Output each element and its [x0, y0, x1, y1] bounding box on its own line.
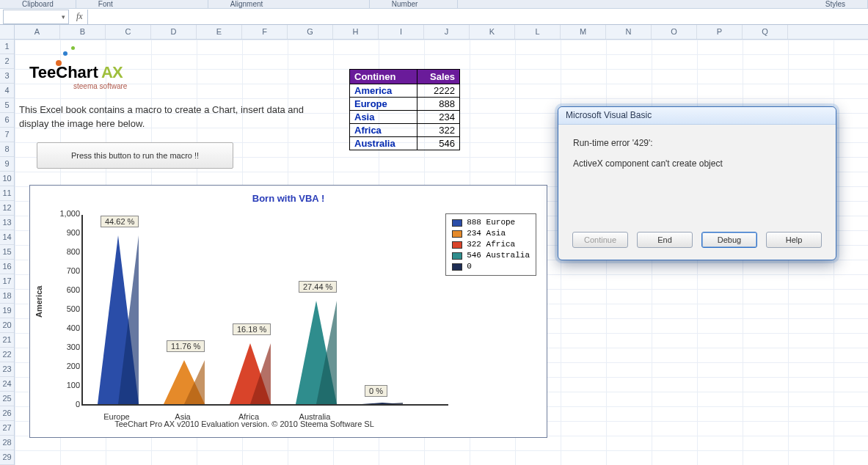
- col-header-Q[interactable]: Q: [743, 25, 788, 39]
- chart-bar-shade: [118, 235, 139, 404]
- col-header-F[interactable]: F: [242, 25, 288, 39]
- row-header-11[interactable]: 11: [0, 186, 14, 201]
- row-header-13[interactable]: 13: [0, 216, 14, 230]
- row-header-18[interactable]: 18: [0, 289, 14, 304]
- col-header-C[interactable]: C: [106, 25, 151, 39]
- table-row[interactable]: Australia546: [350, 137, 460, 150]
- formula-bar[interactable]: [87, 10, 868, 24]
- cell-value[interactable]: 888: [417, 98, 460, 111]
- chart-object[interactable]: Born with VBA ! America 0100200300400500…: [29, 185, 547, 438]
- help-button[interactable]: Help: [766, 232, 822, 248]
- row-header-28[interactable]: 28: [0, 436, 14, 450]
- row-header-21[interactable]: 21: [0, 333, 14, 348]
- row-header-9[interactable]: 9: [0, 157, 14, 172]
- y-tick: 0: [56, 400, 80, 409]
- row-header-15[interactable]: 15: [0, 245, 14, 260]
- ribbon-group-labels: Clipboard Font Alignment Number Styles: [0, 0, 868, 9]
- row-header-1[interactable]: 1: [0, 40, 14, 54]
- sales-table[interactable]: Continen Sales America2222Europe888Asia2…: [349, 69, 460, 150]
- cell-region[interactable]: Europe: [350, 98, 417, 111]
- row-header-20[interactable]: 20: [0, 318, 14, 333]
- table-row[interactable]: America2222: [350, 84, 460, 98]
- vb-error-dialog[interactable]: Microsoft Visual Basic Run-time error '4…: [558, 106, 836, 260]
- y-tick: 500: [56, 304, 80, 313]
- cell-value[interactable]: 234: [417, 111, 460, 124]
- cell-value[interactable]: 2222: [417, 84, 460, 98]
- row-header-29[interactable]: 29: [0, 450, 14, 465]
- table-row[interactable]: Africa322: [350, 124, 460, 137]
- y-tick: 200: [56, 362, 80, 370]
- col-header-H[interactable]: H: [333, 25, 379, 39]
- error-message-text: ActiveX component can't create object: [573, 158, 821, 169]
- name-box[interactable]: ▾: [3, 10, 69, 24]
- row-header-8[interactable]: 8: [0, 142, 14, 157]
- chart-data-label: 0 %: [365, 385, 387, 397]
- insert-function-icon[interactable]: fx: [72, 11, 87, 22]
- table-row[interactable]: Europe888: [350, 98, 460, 111]
- row-header-4[interactable]: 4: [0, 84, 14, 98]
- y-tick: 100: [56, 381, 80, 389]
- cell-value[interactable]: 546: [417, 137, 460, 150]
- cell-value[interactable]: 322: [417, 124, 460, 137]
- logo-subtitle: steema software: [73, 82, 176, 90]
- cell-region[interactable]: Australia: [350, 137, 417, 150]
- col-header-B[interactable]: B: [60, 25, 106, 39]
- chart-bar-shade: [382, 403, 403, 404]
- row-header-10[interactable]: 10: [0, 172, 14, 186]
- col-header-E[interactable]: E: [197, 25, 242, 39]
- col-header-K[interactable]: K: [470, 25, 515, 39]
- col-header-A[interactable]: A: [15, 25, 60, 39]
- row-header-16[interactable]: 16: [0, 260, 14, 274]
- select-all-corner[interactable]: [0, 25, 15, 39]
- row-header-23[interactable]: 23: [0, 362, 14, 377]
- row-header-14[interactable]: 14: [0, 230, 14, 245]
- col-header-D[interactable]: D: [151, 25, 197, 39]
- table-row[interactable]: Asia234: [350, 111, 460, 124]
- end-button[interactable]: End: [637, 232, 693, 248]
- name-box-dropdown-icon[interactable]: ▾: [62, 13, 65, 21]
- cell-region[interactable]: America: [350, 84, 417, 98]
- y-tick: 400: [56, 323, 80, 332]
- row-header-19[interactable]: 19: [0, 304, 14, 318]
- row-header-26[interactable]: 26: [0, 406, 14, 421]
- ribbon-group-styles: Styles: [803, 0, 868, 8]
- col-header-P[interactable]: P: [697, 25, 743, 39]
- chart-title: Born with VBA !: [30, 193, 547, 204]
- row-header-2[interactable]: 2: [0, 54, 14, 69]
- chart-bar-shade: [184, 360, 205, 404]
- chart-y-axis-label: America: [34, 286, 43, 318]
- row-header-22[interactable]: 22: [0, 348, 14, 362]
- row-header-12[interactable]: 12: [0, 201, 14, 216]
- row-header-7[interactable]: 7: [0, 128, 14, 142]
- row-header-17[interactable]: 17: [0, 274, 14, 289]
- col-header-G[interactable]: G: [288, 25, 333, 39]
- col-header-N[interactable]: N: [606, 25, 652, 39]
- y-tick: 800: [56, 247, 80, 256]
- error-code-text: Run-time error '429':: [573, 138, 821, 148]
- row-header-6[interactable]: 6: [0, 113, 14, 128]
- col-header-J[interactable]: J: [424, 25, 470, 39]
- y-tick: 700: [56, 266, 80, 275]
- row-header-3[interactable]: 3: [0, 69, 14, 84]
- run-macro-button[interactable]: Press this button to run the macro !!: [37, 142, 233, 169]
- cell-region[interactable]: Asia: [350, 111, 417, 124]
- chart-plot-area: 44.62 %11.76 %16.18 %27.44 %0 %: [81, 215, 448, 406]
- chart-data-label: 11.76 %: [167, 340, 205, 352]
- chart-data-label: 16.18 %: [233, 323, 271, 335]
- col-header-M[interactable]: M: [561, 25, 606, 39]
- row-header-27[interactable]: 27: [0, 421, 14, 436]
- col-header-I[interactable]: I: [379, 25, 424, 39]
- row-header-5[interactable]: 5: [0, 98, 14, 113]
- cell-region[interactable]: Africa: [350, 124, 417, 137]
- row-header-24[interactable]: 24: [0, 377, 14, 392]
- ribbon-group-alignment: Alignment: [208, 0, 370, 8]
- description-text: This Excel book contains a macro to crea…: [19, 103, 327, 131]
- col-header-sales: Sales: [417, 70, 460, 84]
- legend-item: 0: [452, 261, 530, 272]
- debug-button[interactable]: Debug: [701, 232, 757, 248]
- col-header-O[interactable]: O: [652, 25, 697, 39]
- col-header-L[interactable]: L: [515, 25, 561, 39]
- col-header-continent: Continen: [350, 70, 417, 84]
- y-tick: 600: [56, 285, 80, 294]
- row-header-25[interactable]: 25: [0, 392, 14, 406]
